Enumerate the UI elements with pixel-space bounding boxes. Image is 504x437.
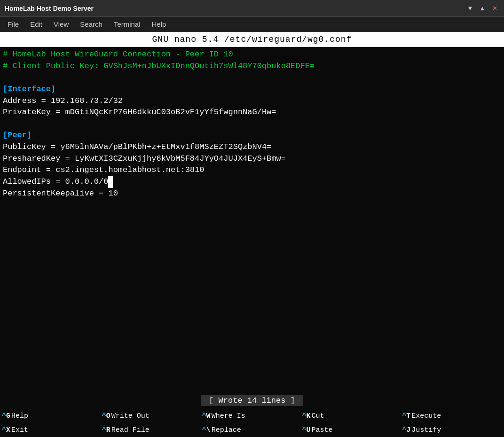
- maximize-button[interactable]: ▲: [478, 4, 487, 13]
- menu-bar: File Edit View Search Terminal Help: [0, 17, 504, 32]
- shortcut-execute[interactable]: ^T Execute: [402, 412, 502, 420]
- shortcut-key-j: ^J: [402, 426, 410, 434]
- shortcut-key-r: ^R: [102, 426, 110, 434]
- line-5: Address = 192.168.73.2/32: [3, 95, 501, 107]
- line-10: PresharedKey = LyKwtXI3CZxuKjjhy6kVbM5F8…: [3, 153, 501, 165]
- line-4: [Interface]: [3, 84, 501, 95]
- shortcut-exit[interactable]: ^X Exit: [2, 426, 102, 434]
- menu-file[interactable]: File: [3, 18, 24, 30]
- shortcut-key-w: ^W: [202, 412, 211, 420]
- shortcut-label-paste: Paste: [311, 426, 332, 434]
- line-3: [3, 72, 501, 84]
- line-2: # Client Public Key: GVShJsM+nJbUXxIDnnQ…: [3, 61, 501, 72]
- shortcut-write-out[interactable]: ^O Write Out: [102, 412, 202, 420]
- editor-area[interactable]: # HomeLab Host WireGuard Connection - Pe…: [0, 47, 504, 392]
- shortcut-label-help: Help: [11, 412, 28, 420]
- shortcut-key-backslash: ^\: [202, 426, 211, 434]
- shortcut-key-u: ^U: [302, 426, 310, 434]
- menu-edit[interactable]: Edit: [25, 18, 47, 30]
- line-7: [3, 118, 501, 130]
- shortcut-label-execute: Execute: [411, 412, 441, 420]
- line-6: PrivateKey = mDGtiNQcKrP76H6dkkuC03oB2vF…: [3, 107, 501, 118]
- shortcut-key-k: ^K: [302, 412, 310, 420]
- line-11: Endpoint = cs2.ingest.homelabhost.net:38…: [3, 164, 501, 176]
- line-1: # HomeLab Host WireGuard Connection - Pe…: [3, 49, 501, 61]
- shortcut-label-where-is: Where Is: [212, 412, 245, 420]
- shortcut-label-exit: Exit: [11, 426, 28, 434]
- cursor: [108, 176, 113, 188]
- line-12: AllowedIPs = 0.0.0.0/0: [3, 176, 501, 188]
- shortcut-bar-1: ^G Help ^O Write Out ^W Where Is ^K Cut …: [0, 409, 504, 423]
- menu-help[interactable]: Help: [147, 18, 171, 30]
- line-9: PublicKey = y6M5lnNAVa/pBlPKbh+z+EtMxv1f…: [3, 141, 501, 153]
- shortcut-cut[interactable]: ^K Cut: [302, 412, 402, 420]
- shortcut-key-x: ^X: [2, 426, 10, 434]
- nano-header-text: GNU nano 5.4 /etc/wireguard/wg0.conf: [152, 35, 352, 44]
- shortcut-label-justify: Justify: [411, 426, 441, 434]
- status-message: [ Wrote 14 lines ]: [201, 395, 303, 406]
- shortcut-label-cut: Cut: [311, 412, 324, 420]
- shortcut-read-file[interactable]: ^R Read File: [102, 426, 202, 434]
- shortcut-key-t: ^T: [402, 412, 410, 420]
- title-bar: HomeLab Host Demo Server ▼ ▲ ✕: [0, 0, 504, 17]
- shortcut-label-write-out: Write Out: [111, 412, 150, 420]
- shortcut-where-is[interactable]: ^W Where Is: [202, 412, 302, 420]
- window-controls: ▼ ▲ ✕: [465, 4, 499, 13]
- shortcut-replace[interactable]: ^\ Replace: [202, 426, 302, 434]
- menu-view[interactable]: View: [49, 18, 73, 30]
- shortcut-help[interactable]: ^G Help: [2, 412, 102, 420]
- shortcut-bar-2: ^X Exit ^R Read File ^\ Replace ^U Paste…: [0, 423, 504, 437]
- shortcut-label-read-file: Read File: [111, 426, 150, 434]
- shortcut-key-g: ^G: [2, 412, 10, 420]
- shortcut-key-o: ^O: [102, 412, 110, 420]
- shortcut-label-replace: Replace: [212, 426, 241, 434]
- window-title: HomeLab Host Demo Server: [5, 5, 94, 12]
- close-button[interactable]: ✕: [490, 4, 499, 13]
- line-13: PersistentKeepalive = 10: [3, 188, 501, 200]
- menu-terminal[interactable]: Terminal: [109, 18, 145, 30]
- shortcut-justify[interactable]: ^J Justify: [402, 426, 502, 434]
- status-bar: [ Wrote 14 lines ]: [0, 392, 504, 409]
- nano-header: GNU nano 5.4 /etc/wireguard/wg0.conf: [0, 32, 504, 47]
- line-8: [Peer]: [3, 130, 501, 141]
- minimize-button[interactable]: ▼: [465, 4, 475, 13]
- shortcut-paste[interactable]: ^U Paste: [302, 426, 402, 434]
- menu-search[interactable]: Search: [75, 18, 107, 30]
